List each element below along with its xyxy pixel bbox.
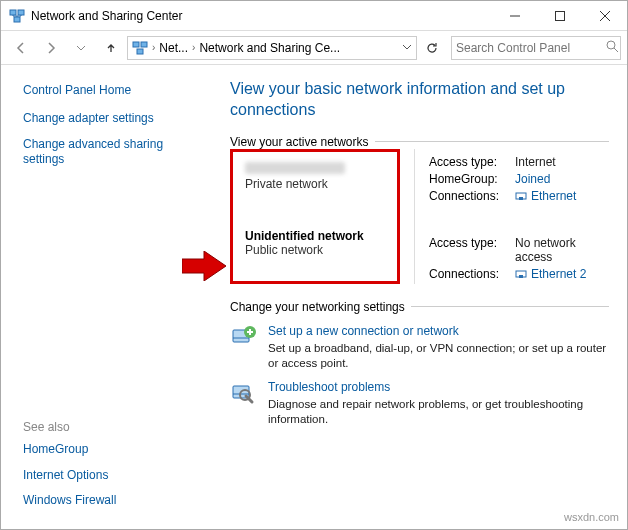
divider — [375, 141, 609, 142]
network-center-icon — [132, 40, 148, 56]
svg-rect-12 — [519, 275, 523, 278]
network-type: Private network — [245, 177, 385, 191]
watermark: wsxdn.com — [564, 511, 619, 523]
troubleshoot-title: Troubleshoot problems — [268, 380, 609, 394]
content: View your basic network information and … — [206, 65, 627, 529]
divider — [411, 306, 609, 307]
refresh-button[interactable] — [419, 36, 445, 60]
sidebar-link-adapter[interactable]: Change adapter settings — [23, 111, 192, 127]
troubleshoot-item[interactable]: Troubleshoot problems Diagnose and repai… — [230, 380, 609, 427]
sidebar-link-advanced-sharing[interactable]: Change advanced sharing settings — [23, 137, 192, 168]
homegroup-link[interactable]: Joined — [515, 172, 550, 186]
network-center-icon — [9, 8, 25, 24]
access-type-label: Access type: — [429, 236, 515, 264]
svg-rect-3 — [555, 11, 564, 20]
svg-rect-5 — [141, 42, 147, 47]
body: Control Panel Home Change adapter settin… — [1, 65, 627, 529]
up-button[interactable] — [97, 35, 125, 61]
search-box[interactable] — [451, 36, 621, 60]
svg-rect-6 — [137, 49, 143, 54]
connections-label: Connections: — [429, 267, 515, 281]
new-connection-icon — [230, 324, 258, 352]
network-name-redacted — [245, 162, 345, 174]
see-also-windows-firewall[interactable]: Windows Firewall — [23, 493, 192, 509]
access-type-value: Internet — [515, 155, 556, 169]
svg-rect-1 — [18, 10, 24, 15]
network-type: Public network — [245, 243, 385, 257]
chevron-right-icon: › — [190, 42, 197, 53]
see-also-homegroup[interactable]: HomeGroup — [23, 442, 192, 458]
chevron-right-icon: › — [150, 42, 157, 53]
recent-button[interactable] — [67, 35, 95, 61]
connection-link[interactable]: Ethernet — [515, 189, 576, 203]
svg-rect-10 — [519, 197, 523, 200]
active-networks-label: View your active networks — [230, 135, 369, 149]
red-arrow-icon — [182, 251, 226, 281]
see-also-internet-options[interactable]: Internet Options — [23, 468, 192, 484]
svg-marker-8 — [182, 251, 226, 281]
breadcrumb[interactable]: › Net... › Network and Sharing Ce... — [127, 36, 417, 60]
network-name: Unidentified network — [245, 229, 385, 243]
ethernet-icon — [515, 190, 527, 202]
svg-point-7 — [607, 41, 615, 49]
sidebar: Control Panel Home Change adapter settin… — [1, 65, 206, 529]
window: Network and Sharing Center › Net... › Ne… — [0, 0, 628, 530]
back-button[interactable] — [7, 35, 35, 61]
connection-link[interactable]: Ethernet 2 — [515, 267, 586, 281]
svg-rect-0 — [10, 10, 16, 15]
troubleshoot-desc: Diagnose and repair network problems, or… — [268, 397, 609, 427]
forward-button[interactable] — [37, 35, 65, 61]
setup-connection-title: Set up a new connection or network — [268, 324, 609, 338]
setup-connection-desc: Set up a broadband, dial-up, or VPN conn… — [268, 341, 609, 371]
svg-rect-2 — [14, 17, 20, 22]
search-icon — [606, 40, 619, 56]
maximize-button[interactable] — [537, 1, 582, 30]
network-details: Access type:Internet HomeGroup:Joined Co… — [414, 149, 609, 284]
access-type-label: Access type: — [429, 155, 515, 169]
svg-rect-4 — [133, 42, 139, 47]
search-input[interactable] — [456, 41, 606, 55]
window-title: Network and Sharing Center — [31, 9, 182, 23]
homegroup-label: HomeGroup: — [429, 172, 515, 186]
navbar: › Net... › Network and Sharing Ce... — [1, 31, 627, 65]
see-also-label: See also — [23, 420, 192, 434]
close-button[interactable] — [582, 1, 627, 30]
ethernet-icon — [515, 268, 527, 280]
breadcrumb-dropdown-icon[interactable] — [402, 41, 412, 55]
access-type-value: No network access — [515, 236, 605, 264]
setup-connection-item[interactable]: Set up a new connection or network Set u… — [230, 324, 609, 371]
change-settings-label: Change your networking settings — [230, 300, 405, 314]
control-panel-home-link[interactable]: Control Panel Home — [23, 83, 192, 97]
titlebar: Network and Sharing Center — [1, 1, 627, 31]
connections-label: Connections: — [429, 189, 515, 203]
active-networks-box: Private network Unidentified network Pub… — [230, 149, 400, 284]
page-heading: View your basic network information and … — [230, 79, 609, 121]
minimize-button[interactable] — [492, 1, 537, 30]
breadcrumb-item[interactable]: Net... — [159, 41, 188, 55]
troubleshoot-icon — [230, 380, 258, 408]
breadcrumb-item[interactable]: Network and Sharing Ce... — [199, 41, 340, 55]
